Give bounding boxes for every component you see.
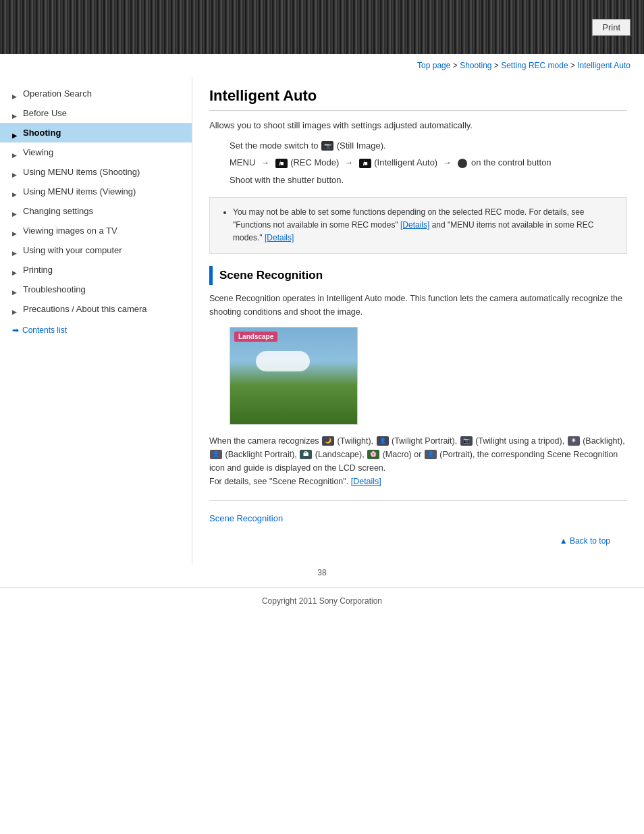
step-1: Set the mode switch to 📷 (Still Image). (230, 139, 627, 153)
irec-icon: i■ (275, 159, 288, 168)
sidebar-item-shooting[interactable]: Shooting (0, 123, 192, 142)
control-button-icon (458, 159, 467, 168)
arrow-icon (12, 110, 19, 117)
step1-suffix: (Still Image). (337, 140, 386, 151)
scene-image-inner: Landscape (230, 328, 357, 424)
sidebar-label: Troubleshooting (23, 284, 86, 294)
scene-description: When the camera recognizes 🌙 (Twilight),… (209, 434, 627, 488)
backlight-portrait-icon: 👤 (210, 450, 222, 459)
sidebar-item-operation-search[interactable]: Operation Search (0, 84, 192, 103)
note-item: You may not be able to set some function… (233, 206, 616, 245)
page-number: 38 (0, 565, 644, 581)
arrow-icon (12, 149, 19, 156)
breadcrumb-shooting[interactable]: Shooting (460, 61, 491, 70)
step-2: MENU → i■ (REC Mode) → i■ (Intelligent A… (230, 156, 627, 170)
portrait-icon: 👤 (425, 450, 437, 459)
twilight-portrait-icon: 👤 (377, 436, 389, 446)
copyright-text: Copyright 2011 Sony Corporation (262, 596, 382, 606)
arrow-icon (12, 90, 19, 97)
arrow-icon2: → (344, 156, 353, 170)
twilight-icon: 🌙 (322, 436, 334, 446)
back-to-top-link[interactable]: Back to top (560, 536, 610, 546)
sidebar-label: Printing (23, 265, 53, 275)
arrow-icon (12, 306, 19, 313)
arrow-icon (12, 267, 19, 273)
arrow-icon (12, 188, 19, 195)
sidebar-label: Operation Search (23, 88, 92, 99)
sidebar-label: Using MENU items (Shooting) (23, 167, 140, 177)
sidebar-item-precautions[interactable]: Precautions / About this camera (0, 299, 192, 319)
twilight-label: (Twilight), (338, 436, 376, 446)
breadcrumb-recmode[interactable]: Setting REC mode (501, 61, 568, 70)
step2-rec: (REC Mode) (290, 157, 342, 167)
related-links: Scene Recognition (209, 513, 627, 523)
divider (209, 500, 627, 501)
step2-ia: (Intelligent Auto) (374, 157, 440, 167)
sidebar-label: Precautions / About this camera (23, 304, 147, 314)
sidebar-item-computer[interactable]: Using with your computer (0, 240, 192, 260)
sidebar-item-printing[interactable]: Printing (0, 260, 192, 280)
step2-menu: MENU (230, 157, 258, 167)
sidebar-label: Before Use (23, 108, 67, 118)
scene-label: Landscape (234, 332, 277, 342)
sidebar-label: Changing settings (23, 206, 93, 216)
macro-label: (Macro) or (383, 450, 424, 459)
note-link2[interactable]: [Details] (265, 233, 294, 242)
main-content: Intelligent Auto Allows you to shoot sti… (192, 77, 644, 565)
sidebar-label: Shooting (23, 128, 61, 138)
scene-recognition-intro: Scene Recognition operates in Intelligen… (209, 292, 627, 319)
backlight-icon: ☀ (568, 436, 580, 446)
breadcrumb-sep2: > (494, 61, 501, 70)
scene-details-prefix: For details, see "Scene Recognition". (209, 477, 351, 486)
sidebar-item-tv[interactable]: Viewing images on a TV (0, 221, 192, 240)
arrow-icon (12, 247, 19, 254)
sidebar-item-viewing[interactable]: Viewing (0, 142, 192, 162)
arrow-icon (12, 228, 19, 234)
print-button[interactable]: Print (592, 19, 630, 36)
breadcrumb-sep3: > (570, 61, 577, 70)
landscape-icon: 🏔 (300, 450, 312, 459)
sidebar-label: Viewing images on a TV (23, 226, 117, 236)
backlight-portrait-label: (Backlight Portrait), (225, 450, 299, 459)
arrow-icon3: → (443, 156, 452, 170)
tripod-label: (Twilight using a tripod), (475, 436, 566, 446)
arrow-icon (12, 169, 19, 176)
sidebar-item-menu-shooting[interactable]: Using MENU items (Shooting) (0, 162, 192, 182)
still-image-icon: 📷 (321, 141, 333, 151)
sidebar-item-troubleshooting[interactable]: Troubleshooting (0, 280, 192, 299)
contents-list-link[interactable]: Contents list (0, 319, 192, 342)
arrow-icon (12, 130, 19, 136)
breadcrumb-toppage[interactable]: Top page (417, 61, 450, 70)
sidebar-item-before-use[interactable]: Before Use (0, 103, 192, 123)
scene-recognition-link[interactable]: Scene Recognition (209, 513, 283, 523)
breadcrumb-intauto[interactable]: Intelligent Auto (577, 61, 630, 70)
intro-text: Allows you to shoot still images with se… (209, 119, 627, 132)
sidebar-label: Viewing (23, 147, 53, 157)
iauto-icon: i■ (359, 159, 371, 168)
step2-suffix: on the control button (471, 157, 552, 167)
scene-details-link[interactable]: [Details] (351, 477, 381, 486)
macro-icon: 🌸 (367, 450, 379, 459)
section-title: Scene Recognition (219, 269, 323, 282)
tripod-icon: 📷 (460, 436, 473, 446)
sidebar-item-menu-viewing[interactable]: Using MENU items (Viewing) (0, 182, 192, 201)
cloud-decoration (256, 351, 310, 371)
note-link1[interactable]: [Details] (400, 220, 429, 230)
back-to-top-bar: Back to top (209, 530, 627, 551)
sidebar-item-changing-settings[interactable]: Changing settings (0, 201, 192, 221)
step1-text: Set the mode switch to (230, 140, 321, 151)
sidebar-label: Using MENU items (Viewing) (23, 186, 136, 197)
note-box: You may not be able to set some function… (209, 197, 627, 254)
page-title-section: Intelligent Auto (209, 87, 627, 111)
main-layout: Operation Search Before Use Shooting Vie… (0, 77, 644, 565)
scene-desc-text: When the camera recognizes (209, 436, 321, 446)
arrow-icon (12, 208, 19, 215)
landscape-label: (Landscape), (315, 450, 367, 459)
backlight-label: (Backlight), (583, 436, 625, 446)
twilight-portrait-label: (Twilight Portrait), (392, 436, 460, 446)
section-bar (209, 266, 213, 285)
footer: Copyright 2011 Sony Corporation (0, 588, 644, 614)
breadcrumb-sep1: > (453, 61, 460, 70)
step-3: Shoot with the shutter button. (230, 174, 627, 188)
scene-image: Landscape (230, 327, 358, 425)
